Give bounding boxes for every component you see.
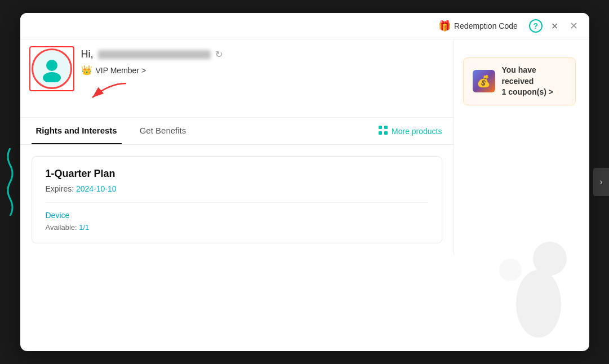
redemption-code-button[interactable]: 🎁 Redemption Code (434, 17, 522, 34)
svg-point-9 (499, 259, 522, 281)
avatar-wrapper (32, 48, 72, 89)
gift-icon: 🎁 (438, 20, 451, 32)
tabs-bar: Rights and Interests Get Benefits (20, 118, 454, 145)
vip-member-link[interactable]: VIP Member > (96, 66, 146, 75)
header-section: Hi, ↻ 👑 VIP Member > (20, 39, 454, 118)
device-section: Device Available: 1/1 (46, 202, 428, 232)
close-button-2[interactable]: ✕ (567, 20, 580, 32)
svg-point-8 (516, 270, 561, 338)
right-nav-arrow[interactable]: › (593, 168, 609, 196)
coupon-text: You have received1 coupon(s) > (502, 65, 566, 98)
main-left: Hi, ↻ 👑 VIP Member > (20, 39, 454, 255)
more-products-button[interactable]: More products (378, 125, 442, 137)
avatar (32, 48, 72, 89)
expires-date: 2024-10-10 (76, 184, 117, 193)
svg-rect-5 (379, 131, 382, 135)
help-button[interactable]: ? (529, 19, 543, 33)
tab-rights-and-interests[interactable]: Rights and Interests (32, 118, 122, 144)
coupon-icon-wrapper: 💰 (473, 70, 495, 92)
user-info: Hi, ↻ 👑 VIP Member > (81, 48, 442, 108)
more-products-label: More products (392, 127, 442, 136)
arrow-annotation (81, 78, 149, 106)
available-label: Available: (46, 223, 77, 232)
plan-card: 1-Quarter Plan Expires: 2024-10-10 Devic… (32, 156, 442, 243)
top-bar: 🎁 Redemption Code ? × ✕ (20, 13, 589, 39)
svg-rect-3 (379, 126, 382, 129)
help-icon: ? (534, 21, 539, 30)
close-icon-2: ✕ (570, 20, 578, 32)
refresh-icon[interactable]: ↻ (215, 49, 223, 60)
annotation-area (81, 78, 442, 108)
close-button-1[interactable]: × (549, 19, 561, 33)
main-right: 💰 You have received1 coupon(s) > (454, 39, 589, 255)
redemption-code-label: Redemption Code (454, 21, 518, 30)
outer-wrapper: › 🎁 Redemption Code ? × ✕ (0, 0, 609, 364)
crown-icon: 👑 (81, 65, 92, 76)
plan-title: 1-Quarter Plan (46, 168, 428, 180)
vip-row: 👑 VIP Member > (81, 65, 442, 76)
username-blurred (98, 50, 211, 59)
hi-row: Hi, ↻ (81, 48, 442, 60)
svg-point-1 (43, 72, 61, 82)
tab-get-benefits[interactable]: Get Benefits (135, 118, 191, 144)
device-label: Device (46, 211, 428, 220)
coupon-dollar-icon: 💰 (477, 74, 491, 88)
svg-rect-4 (384, 126, 388, 129)
expires-label: Expires: (46, 184, 74, 193)
close-icon-1: × (552, 20, 558, 32)
hi-text: Hi, (81, 48, 94, 60)
svg-point-0 (46, 60, 57, 71)
left-wave (0, 0, 20, 364)
more-products-icon (378, 125, 388, 137)
expires-row: Expires: 2024-10-10 (46, 184, 428, 193)
available-row: Available: 1/1 (46, 223, 428, 232)
main-area: Hi, ↻ 👑 VIP Member > (20, 39, 589, 255)
coupon-banner[interactable]: 💰 You have received1 coupon(s) > (463, 57, 576, 105)
main-modal: 🎁 Redemption Code ? × ✕ (20, 13, 589, 351)
available-count: 1/1 (79, 223, 89, 232)
plan-section: 1-Quarter Plan Expires: 2024-10-10 Devic… (20, 145, 454, 255)
svg-rect-6 (384, 131, 388, 135)
